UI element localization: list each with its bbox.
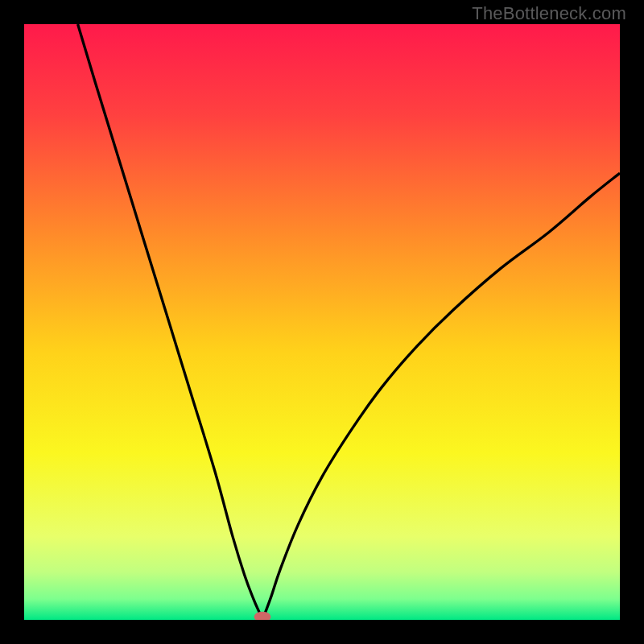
bottleneck-chart bbox=[24, 24, 620, 620]
gradient-background bbox=[24, 24, 620, 620]
watermark-text: TheBottleneck.com bbox=[472, 3, 626, 24]
chart-frame: TheBottleneck.com bbox=[0, 0, 644, 644]
